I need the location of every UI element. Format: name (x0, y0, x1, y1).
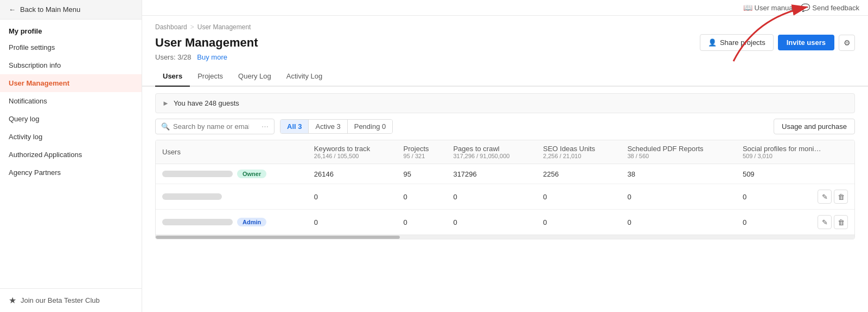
col-pdf-reports: Scheduled PDF Reports 38 / 560 (621, 140, 736, 164)
col-social-profiles: Social profiles for moni… 509 / 3,010 (736, 140, 854, 164)
col-seo-ideas: SEO Ideas Units 2,256 / 21,010 (537, 140, 621, 164)
share-projects-button[interactable]: 👤 Share projects (700, 34, 774, 51)
col-seo-ideas-sub: 2,256 / 21,010 (543, 153, 614, 159)
col-projects-label: Projects (404, 145, 429, 153)
sidebar-item-label: Agency Partners (9, 168, 61, 177)
delete-user-button[interactable]: 🗑 (834, 190, 848, 204)
users-count: Users: 3/28 Buy more (155, 53, 855, 61)
guests-text: You have 248 guests (174, 99, 239, 107)
buy-more-link[interactable]: Buy more (197, 53, 227, 61)
user-name-blurred (162, 193, 222, 200)
cell-projects: 0 (397, 210, 447, 235)
sidebar-item-label: Subscription info (9, 61, 61, 69)
tab-activity-log[interactable]: Activity Log (279, 67, 330, 87)
sidebar-item-agency-partners[interactable]: Agency Partners (0, 164, 142, 181)
page-actions: 👤 Share projects Invite users ⚙ (700, 34, 855, 51)
sidebar-item-subscription-info[interactable]: Subscription info (0, 56, 142, 74)
cell-social: 0 ✎ 🗑 (736, 184, 854, 210)
cell-keywords: 0 (308, 184, 397, 210)
cell-social: 0 ✎ 🗑 (736, 210, 854, 235)
cell-social: 509 (736, 164, 854, 184)
tabs: Users Projects Query Log Activity Log (142, 67, 868, 87)
cell-projects: 0 (397, 184, 447, 210)
trash-icon: 🗑 (838, 193, 845, 201)
sidebar-item-query-log[interactable]: Query log (0, 110, 142, 128)
tab-query-log[interactable]: Query Log (231, 67, 279, 87)
user-manual-label: User manual (755, 4, 795, 12)
share-icon: 👤 (708, 38, 717, 47)
edit-user-button[interactable]: ✎ (818, 215, 832, 229)
owner-badge: Owner (237, 170, 266, 178)
cell-user: Owner (156, 164, 308, 184)
search-input[interactable] (173, 122, 249, 131)
search-box: 🔍 ⋯ (155, 119, 275, 134)
beta-label: Join our Beta Tester Club (21, 296, 100, 304)
back-to-main-menu[interactable]: ← Back to Main Menu (0, 0, 142, 20)
cell-pdf-reports: 38 (621, 164, 736, 184)
feedback-icon: 💬 (801, 3, 810, 12)
col-pages-label: Pages to crawl (453, 145, 499, 153)
col-pages-sub: 317,296 / 91,050,000 (453, 153, 530, 159)
my-profile-title: My profile (0, 20, 142, 38)
col-pages: Pages to crawl 317,296 / 91,050,000 (446, 140, 537, 164)
col-keywords: Keywords to track 26,146 / 105,500 (308, 140, 397, 164)
share-projects-label: Share projects (720, 38, 765, 47)
invite-users-label: Invite users (787, 38, 826, 47)
col-social-profiles-sub: 509 / 3,010 (743, 153, 848, 159)
delete-user-button[interactable]: 🗑 (834, 215, 848, 229)
user-name-blurred (162, 219, 233, 225)
filter-active-button[interactable]: Active 3 (309, 120, 347, 133)
filter-all-button[interactable]: All 3 (280, 120, 309, 133)
filter-row: 🔍 ⋯ All 3 Active 3 Pending 0 Usage and p… (155, 119, 855, 134)
sidebar-item-user-management[interactable]: User Management (0, 74, 142, 92)
user-manual-link[interactable]: 📖 User manual (743, 3, 795, 12)
col-keywords-sub: 26,146 / 105,500 (314, 153, 391, 159)
table-row: Owner 26146 95 317296 2256 38 509 (156, 164, 854, 184)
filter-pending-button[interactable]: Pending 0 (348, 120, 393, 133)
send-feedback-link[interactable]: 💬 Send feedback (801, 3, 859, 12)
chevron-right-icon: ► (162, 99, 169, 107)
tab-activity-log-label: Activity Log (286, 72, 322, 80)
cell-pages: 0 (446, 184, 537, 210)
cell-seo-ideas: 0 (537, 184, 621, 210)
trash-icon: 🗑 (838, 218, 845, 226)
settings-button[interactable]: ⚙ (839, 35, 855, 51)
table-scrollbar[interactable] (156, 235, 854, 239)
users-count-text: Users: 3/28 (155, 53, 191, 61)
usage-and-purchase-button[interactable]: Usage and purchase (774, 119, 855, 134)
sidebar-item-label: Query log (9, 115, 39, 123)
back-arrow-icon: ← (9, 5, 16, 14)
col-social-profiles-label: Social profiles for moni… (743, 145, 821, 153)
col-projects-sub: 95 / 321 (404, 153, 441, 159)
breadcrumb: Dashboard > User Management (155, 23, 855, 31)
cell-pdf-reports: 0 (621, 184, 736, 210)
col-users-label: Users (162, 148, 181, 156)
table-row: Admin 0 0 0 0 0 0 (156, 210, 854, 235)
cell-user: Admin (156, 210, 308, 235)
admin-badge: Admin (237, 218, 266, 226)
cell-projects: 95 (397, 164, 447, 184)
sidebar-item-label: Activity log (9, 133, 42, 141)
beta-tester-club[interactable]: ★ Join our Beta Tester Club (0, 288, 142, 312)
sidebar-item-label: User Management (9, 79, 69, 87)
pencil-icon: ✎ (822, 193, 828, 201)
filter-pending-label: Pending 0 (354, 122, 386, 131)
guests-bar[interactable]: ► You have 248 guests (155, 93, 855, 113)
sidebar-item-authorized-applications[interactable]: Authorized Applications (0, 146, 142, 164)
sidebar-item-profile-settings[interactable]: Profile settings (0, 38, 142, 56)
sidebar-item-notifications[interactable]: Notifications (0, 92, 142, 110)
tab-projects[interactable]: Projects (190, 67, 231, 87)
sidebar: ← Back to Main Menu My profile Profile s… (0, 0, 142, 312)
sidebar-item-activity-log[interactable]: Activity log (0, 128, 142, 146)
invite-users-button[interactable]: Invite users (778, 35, 834, 50)
col-keywords-label: Keywords to track (314, 145, 370, 153)
cell-pdf-reports: 0 (621, 210, 736, 235)
content-area: ► You have 248 guests 🔍 ⋯ All 3 Active 3… (142, 87, 868, 312)
page-header: Dashboard > User Management User Managem… (142, 16, 868, 67)
cell-keywords: 26146 (308, 164, 397, 184)
user-name-blurred (162, 171, 233, 177)
edit-user-button[interactable]: ✎ (818, 190, 832, 204)
send-feedback-label: Send feedback (812, 4, 859, 12)
tab-projects-label: Projects (197, 72, 223, 80)
tab-users[interactable]: Users (155, 67, 190, 87)
